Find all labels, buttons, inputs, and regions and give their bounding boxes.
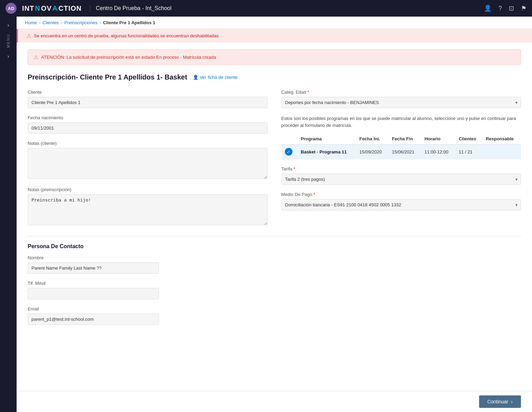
- fecha-nacimiento-label: Fecha nacimiento: [28, 115, 268, 120]
- ver-ficha-label: Ver ficha de cliente: [200, 75, 238, 80]
- page-heading: Preinscripción- Cliente Pre 1 Apellidos …: [28, 73, 521, 81]
- continuar-label: Continuar: [487, 399, 508, 404]
- notas-preinscripcion-textarea[interactable]: Preinscriba a mi hijo!: [28, 194, 268, 225]
- cliente-input[interactable]: [28, 97, 268, 108]
- flag-icon[interactable]: ⚑: [521, 4, 526, 12]
- breadcrumb-clientes[interactable]: Clientes: [43, 20, 59, 25]
- form-grid: Cliente Fecha nacimiento Notas (cliente): [28, 90, 521, 233]
- navbar-icons: 👤 ? ⊡ ⚑: [484, 4, 526, 12]
- alert-text: ATENCIÓN: La solicitud de preinscripción…: [41, 55, 216, 60]
- persona-contacto-heading: Persona De Contacto: [28, 243, 521, 250]
- medio-pago-label: Medio De Pago *: [281, 192, 521, 197]
- table-header-row: Programa Fecha Ini. Fecha Fin Horario Cl…: [281, 133, 521, 144]
- categ-edad-select-wrapper: Deportes por fecha nacimiento - BENJAMIN…: [281, 97, 521, 108]
- alert-icon: ⚠: [34, 54, 38, 60]
- page-title: Preinscripción- Cliente Pre 1 Apellidos …: [28, 73, 187, 81]
- nombre-field-group: Nombre: [28, 255, 159, 274]
- col-horario: Horario: [421, 133, 455, 144]
- person-icon: 👤: [193, 75, 198, 80]
- row-fecha-fin: 15/06/2021: [389, 144, 421, 159]
- ver-ficha-link[interactable]: 👤 Ver ficha de cliente: [193, 75, 238, 80]
- categ-edad-select[interactable]: Deportes por fecha nacimiento - BENJAMIN…: [281, 97, 521, 108]
- email-field-group: Email: [28, 306, 159, 325]
- email-label: Email: [28, 306, 159, 311]
- tlf-movil-input[interactable]: [28, 288, 159, 299]
- breadcrumb-preinscripciones[interactable]: Preinscripciones: [64, 20, 97, 25]
- col-fecha-fin: Fecha Fin: [389, 133, 421, 144]
- tarifa-label: Tarifa *: [281, 166, 521, 171]
- categ-edad-field-group: Categ. Edad * Deportes por fecha nacimie…: [281, 90, 521, 108]
- breadcrumb-home[interactable]: Home: [25, 20, 37, 25]
- email-input[interactable]: [28, 313, 159, 325]
- logo-text-2: OV: [41, 4, 52, 12]
- col-responsable: Responsable: [482, 133, 521, 144]
- medio-pago-field-group: Medio De Pago * Domiciliación bancaria -…: [281, 192, 521, 210]
- continuar-arrow-icon: ›: [511, 399, 513, 404]
- table-row[interactable]: ✓ Basket - Programa 11 15/09/2020 15/06/…: [281, 144, 521, 159]
- breadcrumb-current: Cliente Pre 1 Apellidos 1: [103, 20, 155, 25]
- row-check-cell: ✓: [281, 144, 298, 159]
- divider: [28, 236, 521, 236]
- nombre-input[interactable]: [28, 262, 159, 274]
- form-left: Cliente Fecha nacimiento Notas (cliente): [28, 90, 268, 233]
- cliente-label: Cliente: [28, 90, 268, 95]
- program-table: Programa Fecha Ini. Fecha Fin Horario Cl…: [281, 133, 521, 159]
- check-icon: ✓: [285, 148, 292, 156]
- notas-cliente-label: Notas (cliente): [28, 141, 268, 146]
- fecha-nacimiento-input[interactable]: [28, 122, 268, 134]
- footer-bar: Continuar ›: [17, 391, 532, 412]
- logo-text-1: INT: [22, 4, 34, 12]
- breadcrumb: Home › Clientes › Preinscripciones › Cli…: [17, 17, 532, 29]
- avatar: AD: [6, 3, 17, 14]
- col-check: [281, 133, 298, 144]
- logo: INTNOVACTION: [22, 4, 82, 12]
- row-clientes: 11 / 21: [455, 144, 482, 159]
- medio-pago-select[interactable]: Domiciliación bancaria - ES91 2100 0418 …: [281, 199, 521, 210]
- row-horario: 11:00-12:00: [421, 144, 455, 159]
- notas-cliente-field-group: Notas (cliente): [28, 141, 268, 180]
- row-fecha-ini: 15/09/2020: [356, 144, 388, 159]
- continuar-button[interactable]: Continuar ›: [479, 395, 521, 408]
- breadcrumb-sep-3: ›: [100, 20, 101, 25]
- layout: › MENU › Home › Clientes › Preinscripcio…: [0, 17, 532, 412]
- breadcrumb-sep-2: ›: [61, 20, 62, 25]
- logo-accent: N: [35, 4, 40, 12]
- categ-edad-label: Categ. Edad *: [281, 90, 521, 95]
- warning-text: Se encuentra en un centro de prueba, alg…: [34, 33, 219, 38]
- sidebar-arrow-bottom[interactable]: ›: [6, 52, 10, 61]
- program-description: Estos son los posibles programas en los …: [281, 115, 521, 129]
- row-programa: Basket - Programa 11: [297, 144, 356, 159]
- breadcrumb-sep-1: ›: [39, 20, 40, 25]
- navbar-title: Centro De Prueba - Int_School: [90, 5, 171, 11]
- logo-text-3: CTION: [58, 4, 82, 12]
- fecha-nacimiento-field-group: Fecha nacimiento: [28, 115, 268, 134]
- tarifa-field-group: Tarifa * Tarifa 2 (tres pagos) ▾: [281, 166, 521, 185]
- tarifa-select[interactable]: Tarifa 2 (tres pagos): [281, 174, 521, 185]
- col-clientes: Clientes: [455, 133, 482, 144]
- tarifa-select-wrapper: Tarifa 2 (tres pagos) ▾: [281, 174, 521, 185]
- tlf-movil-field-group: Tlf. Móvil: [28, 281, 159, 299]
- notas-preinscripcion-field-group: Notas (preinscripción) Preinscriba a mi …: [28, 187, 268, 226]
- form-right: Categ. Edad * Deportes por fecha nacimie…: [281, 90, 521, 233]
- user-icon[interactable]: 👤: [484, 4, 492, 12]
- notas-cliente-textarea[interactable]: [28, 148, 268, 179]
- col-programa: Programa: [297, 133, 356, 144]
- outlook-icon[interactable]: ⊡: [509, 4, 514, 12]
- col-fecha-ini: Fecha Ini.: [356, 133, 388, 144]
- navbar: AD INTNOVACTION Centro De Prueba - Int_S…: [0, 0, 532, 17]
- help-icon[interactable]: ?: [498, 5, 502, 12]
- content-area: ⚠ ATENCIÓN: La solicitud de preinscripci…: [17, 43, 532, 359]
- nombre-label: Nombre: [28, 255, 159, 260]
- row-responsable: [482, 144, 521, 159]
- warning-icon: ⚠: [26, 32, 31, 39]
- persona-contacto-section: Persona De Contacto Nombre Tlf. Móvil Em…: [28, 243, 521, 325]
- medio-pago-select-wrapper: Domiciliación bancaria - ES91 2100 0418 …: [281, 199, 521, 210]
- notas-preinscripcion-label: Notas (preinscripción): [28, 187, 268, 192]
- logo-accent2: A: [53, 4, 58, 12]
- tlf-movil-label: Tlf. Móvil: [28, 281, 159, 286]
- cliente-field-group: Cliente: [28, 90, 268, 108]
- main-content: Home › Clientes › Preinscripciones › Cli…: [17, 17, 532, 412]
- sidebar-arrow-top[interactable]: ›: [6, 21, 10, 30]
- warning-banner: ⚠ Se encuentra en un centro de prueba, a…: [17, 29, 532, 43]
- sidebar: › MENU ›: [0, 17, 17, 412]
